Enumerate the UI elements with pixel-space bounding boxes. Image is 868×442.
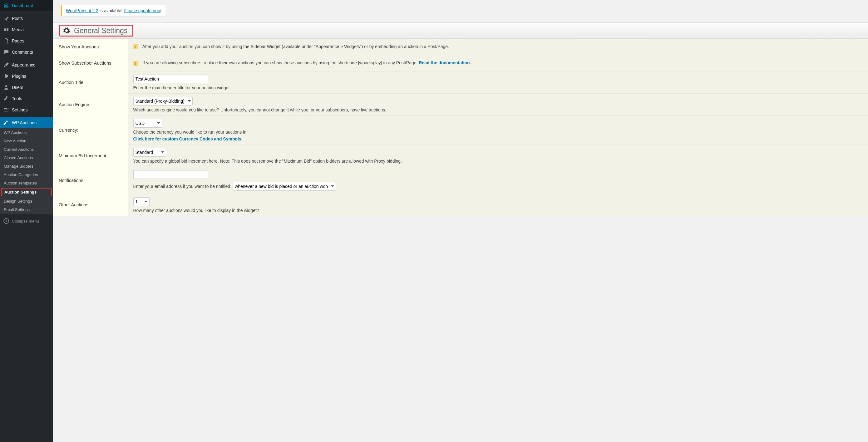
currency-desc: Choose the currency you would like to ru… (133, 130, 863, 134)
submenu-item-wp-auctions[interactable]: WP Auctions (0, 128, 53, 137)
min-bid-desc: You can specify a global bid increment h… (133, 159, 863, 164)
show-auctions-desc: After you add your auction you can show … (143, 44, 449, 49)
page-title-bar: General Settings (53, 23, 868, 39)
row-label-notifications: Notifications: (53, 167, 128, 194)
update-version-link[interactable]: WordPress 4.2.2 (66, 8, 98, 13)
admin-sidebar: Dashboard Posts Media Pages Comments App… (0, 0, 53, 216)
row-label-currency: Currency: (53, 116, 128, 145)
hammer-icon (3, 120, 9, 126)
sidebar-item-label: Comments (12, 50, 33, 55)
notifications-when-select[interactable]: whenever a new bid is placed or an aucti… (232, 182, 336, 191)
sidebar-item-label: Media (12, 27, 24, 32)
wrench-icon (3, 96, 9, 102)
other-auctions-select[interactable]: 1 (133, 197, 150, 206)
sidebar-item-label: Appearance (12, 62, 36, 67)
submenu-item-auction-templates[interactable]: Auction Templates (0, 179, 53, 187)
sidebar-item-label: Users (12, 85, 23, 90)
row-label-other-auctions: Other Auctions: (53, 194, 128, 216)
sidebar-item-media[interactable]: Media (0, 24, 53, 35)
sidebar-item-label: Settings (12, 107, 28, 113)
sidebar-item-pages[interactable]: Pages (0, 35, 53, 46)
update-text: is available! (98, 8, 124, 13)
submenu-item-manage-bidders[interactable]: Manage Bidders (0, 162, 53, 170)
dashboard-icon (3, 2, 9, 9)
min-bid-select[interactable]: Standard (133, 148, 166, 157)
info-icon: ! (133, 44, 138, 49)
brush-icon (3, 62, 9, 68)
auction-engine-select[interactable]: Standard (Proxy-Bidding) (133, 97, 193, 105)
sliders-icon (3, 107, 9, 113)
sidebar-item-label: Dashboard (12, 3, 33, 8)
notifications-email-input[interactable] (133, 170, 208, 179)
info-icon: ! (133, 61, 138, 66)
currency-codes-link[interactable]: Click here for custom Currency Codes and… (133, 136, 243, 141)
sidebar-item-label: Plugins (12, 74, 26, 78)
auction-engine-desc: Which auction engine would you like to u… (133, 107, 863, 113)
submenu-item-design-settings[interactable]: Design Settings (0, 197, 53, 206)
sidebar-item-label: Tools (12, 96, 22, 101)
other-auctions-desc: How many other auctions would you like t… (133, 208, 863, 213)
svg-point-1 (5, 85, 7, 87)
settings-table: Show Your Auctions: ! After you add your… (53, 39, 868, 216)
sidebar-submenu: WP Auctions New Auction Current Auctions… (0, 128, 53, 214)
sidebar-item-users[interactable]: Users (0, 82, 53, 93)
submenu-item-auction-categories[interactable]: Auction Categories (0, 170, 53, 179)
row-label-auction-title: Auction Title: (53, 71, 128, 93)
update-now-link[interactable]: Please update now (124, 8, 160, 13)
sidebar-item-appearance[interactable]: Appearance (0, 59, 53, 70)
show-subscriber-desc: If you are allowing subscribers to place… (143, 60, 419, 65)
submenu-item-auction-settings[interactable]: Auction Settings (1, 188, 52, 196)
sidebar-item-posts[interactable]: Posts (0, 13, 53, 24)
submenu-item-current-auctions[interactable]: Current Auctions (0, 145, 53, 154)
sidebar-item-comments[interactable]: Comments (0, 46, 53, 58)
submenu-item-new-auction[interactable]: New Auction (0, 137, 53, 145)
gear-icon (62, 26, 71, 35)
sidebar-item-tools[interactable]: Tools (0, 93, 53, 104)
collapse-menu-button[interactable]: Collapse menu (0, 215, 53, 216)
currency-select[interactable]: USD (133, 119, 162, 128)
row-label-auction-engine: Auction Engine: (53, 93, 128, 116)
pin-icon (3, 15, 9, 22)
sidebar-item-label: Posts (12, 16, 23, 21)
sidebar-item-dashboard[interactable]: Dashboard (0, 0, 53, 11)
auction-title-desc: Enter the main header title for your auc… (133, 85, 863, 90)
main-content: WordPress 4.2.2 is available! Please upd… (53, 0, 868, 216)
comment-icon (3, 49, 9, 55)
auction-title-input[interactable] (133, 74, 208, 83)
page-title: General Settings (74, 27, 127, 35)
update-notice: WordPress 4.2.2 is available! Please upd… (61, 5, 165, 16)
sidebar-item-settings[interactable]: Settings (0, 104, 53, 116)
notifications-desc: Enter your email address if you want to … (133, 184, 230, 189)
sidebar-item-label: WP Auctions (12, 120, 36, 125)
row-label-show-auctions: Show Your Auctions: (53, 39, 128, 55)
media-icon (3, 27, 9, 33)
sidebar-item-plugins[interactable]: Plugins (0, 70, 53, 82)
svg-point-0 (4, 28, 6, 31)
row-label-show-subscriber: Show Subscriber Auctions: (53, 55, 128, 71)
sidebar-item-label: Pages (12, 38, 24, 43)
submenu-item-email-settings[interactable]: Email Settings (0, 206, 53, 214)
user-icon (3, 84, 9, 91)
pages-icon (3, 38, 9, 44)
submenu-item-closed-auctions[interactable]: Closed Auctions (0, 154, 53, 162)
sidebar-item-wp-auctions[interactable]: WP Auctions (0, 117, 53, 128)
read-documentation-link[interactable]: Read the documentation. (419, 60, 471, 65)
plug-icon (3, 73, 9, 79)
row-label-min-bid: Minimum Bid Increment: (53, 145, 128, 167)
